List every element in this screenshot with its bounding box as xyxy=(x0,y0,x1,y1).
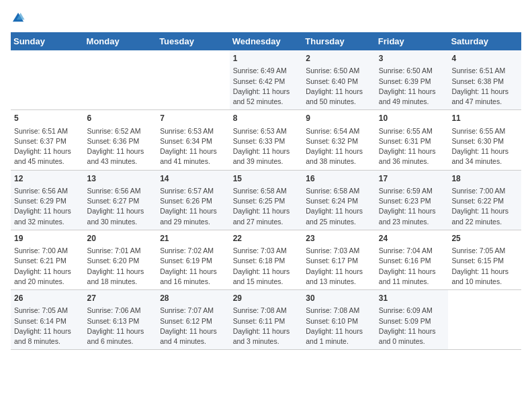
col-header-thursday: Thursday xyxy=(302,32,375,50)
header-row: SundayMondayTuesdayWednesdayThursdayFrid… xyxy=(11,32,521,50)
week-row-1: 1Sunrise: 6:49 AMSunset: 6:42 PMDaylight… xyxy=(11,50,521,110)
day-number: 6 xyxy=(87,113,154,124)
day-number: 30 xyxy=(306,293,372,304)
day-info-line: Daylight: 11 hours xyxy=(233,326,300,336)
day-cell: 18Sunrise: 7:00 AMSunset: 6:22 PMDayligh… xyxy=(448,170,521,230)
day-info-line: Daylight: 11 hours xyxy=(160,326,226,336)
day-info-line: Sunrise: 7:05 AM xyxy=(14,306,81,316)
page-header xyxy=(11,11,521,26)
day-info-line: Daylight: 11 hours xyxy=(379,87,445,97)
day-info-line: Sunrise: 7:03 AM xyxy=(306,246,372,256)
day-info-line: and 38 minutes. xyxy=(306,156,372,167)
day-cell: 17Sunrise: 6:59 AMSunset: 6:23 PMDayligh… xyxy=(375,170,449,230)
day-cell: 11Sunrise: 6:55 AMSunset: 6:30 PMDayligh… xyxy=(448,110,521,170)
day-info-line: Daylight: 11 hours xyxy=(451,87,518,97)
day-info-line: Sunset: 6:15 PM xyxy=(451,256,518,266)
day-number: 18 xyxy=(451,173,518,185)
day-info-line: Sunrise: 6:50 AM xyxy=(306,66,372,76)
day-info-line: Daylight: 11 hours xyxy=(87,267,154,277)
day-info-line: Sunset: 6:31 PM xyxy=(379,136,445,146)
day-cell: 1Sunrise: 6:49 AMSunset: 6:42 PMDaylight… xyxy=(230,50,303,110)
day-cell: 16Sunrise: 6:58 AMSunset: 6:24 PMDayligh… xyxy=(302,170,375,230)
day-info-line: Sunrise: 6:51 AM xyxy=(451,66,518,76)
day-number: 4 xyxy=(451,53,518,64)
day-info-line: Sunrise: 7:01 AM xyxy=(87,246,154,256)
week-row-4: 19Sunrise: 7:00 AMSunset: 6:21 PMDayligh… xyxy=(11,230,521,289)
day-cell: 30Sunrise: 7:08 AMSunset: 6:10 PMDayligh… xyxy=(302,290,375,350)
day-info-line: Sunrise: 7:06 AM xyxy=(87,306,154,316)
day-info-line: Daylight: 11 hours xyxy=(14,267,81,277)
day-info-line: Sunset: 6:36 PM xyxy=(87,136,154,146)
day-info-line: Daylight: 11 hours xyxy=(233,206,300,216)
day-number: 5 xyxy=(14,113,81,124)
day-info-line: Sunset: 6:26 PM xyxy=(160,196,226,206)
day-info-line: Sunset: 6:14 PM xyxy=(14,316,81,326)
day-cell: 9Sunrise: 6:54 AMSunset: 6:32 PMDaylight… xyxy=(302,110,375,170)
day-info-line: Sunrise: 7:04 AM xyxy=(379,246,445,256)
day-info-line: Daylight: 11 hours xyxy=(379,146,445,156)
day-info-line: Sunrise: 7:00 AM xyxy=(451,186,518,196)
day-info-line: and 36 minutes. xyxy=(379,156,445,167)
day-info-line: Sunset: 6:39 PM xyxy=(379,77,445,87)
day-info-line: Daylight: 11 hours xyxy=(14,146,81,156)
day-info-line: and 50 minutes. xyxy=(306,97,372,107)
day-number: 24 xyxy=(379,233,445,244)
day-info-line: and 22 minutes. xyxy=(451,217,518,227)
day-number: 31 xyxy=(379,293,445,304)
day-info-line: and 27 minutes. xyxy=(233,217,300,227)
day-info-line: Daylight: 11 hours xyxy=(451,206,518,216)
day-cell: 8Sunrise: 6:53 AMSunset: 6:33 PMDaylight… xyxy=(230,110,303,170)
day-info-line: Daylight: 11 hours xyxy=(451,146,518,156)
day-info-line: and 52 minutes. xyxy=(233,97,300,107)
day-cell: 12Sunrise: 6:56 AMSunset: 6:29 PMDayligh… xyxy=(11,170,84,230)
day-info-line: Sunrise: 6:58 AM xyxy=(306,186,372,196)
day-cell: 19Sunrise: 7:00 AMSunset: 6:21 PMDayligh… xyxy=(11,230,84,289)
day-number: 22 xyxy=(233,233,300,244)
day-cell: 24Sunrise: 7:04 AMSunset: 6:16 PMDayligh… xyxy=(375,230,449,289)
day-number: 7 xyxy=(160,113,226,124)
day-info-line: Sunrise: 7:00 AM xyxy=(14,246,81,256)
day-number: 25 xyxy=(451,233,518,244)
day-number: 28 xyxy=(160,293,226,304)
day-info-line: Daylight: 11 hours xyxy=(160,146,226,156)
day-cell: 29Sunrise: 7:08 AMSunset: 6:11 PMDayligh… xyxy=(230,290,303,350)
day-info-line: Sunrise: 7:08 AM xyxy=(233,306,300,316)
day-number: 19 xyxy=(14,233,81,244)
day-number: 20 xyxy=(87,233,154,244)
day-cell: 14Sunrise: 6:57 AMSunset: 6:26 PMDayligh… xyxy=(157,170,230,230)
day-info-line: Sunrise: 6:51 AM xyxy=(14,126,81,136)
day-info-line: and 6 minutes. xyxy=(87,336,154,347)
day-info-line: Sunset: 6:18 PM xyxy=(233,256,300,266)
calendar-table: SundayMondayTuesdayWednesdayThursdayFrid… xyxy=(11,32,521,350)
day-info-line: Sunrise: 6:52 AM xyxy=(87,126,154,136)
day-info-line: Sunrise: 6:59 AM xyxy=(379,186,445,196)
week-row-3: 12Sunrise: 6:56 AMSunset: 6:29 PMDayligh… xyxy=(11,170,521,230)
day-info-line: and 3 minutes. xyxy=(233,336,300,347)
day-info-line: Sunset: 6:34 PM xyxy=(160,136,226,146)
day-info-line: Sunrise: 6:09 AM xyxy=(379,306,445,316)
day-number: 17 xyxy=(379,173,445,185)
day-cell: 28Sunrise: 7:07 AMSunset: 6:12 PMDayligh… xyxy=(157,290,230,350)
day-cell: 13Sunrise: 6:56 AMSunset: 6:27 PMDayligh… xyxy=(84,170,157,230)
day-info-line: Sunrise: 6:50 AM xyxy=(379,66,445,76)
day-info-line: Sunrise: 6:54 AM xyxy=(306,126,372,136)
day-info-line: Sunset: 6:12 PM xyxy=(160,316,226,326)
day-info-line: Daylight: 11 hours xyxy=(14,206,81,216)
day-cell: 31Sunrise: 6:09 AMSunset: 5:09 PMDayligh… xyxy=(375,290,449,350)
week-row-5: 26Sunrise: 7:05 AMSunset: 6:14 PMDayligh… xyxy=(11,290,521,350)
day-cell: 15Sunrise: 6:58 AMSunset: 6:25 PMDayligh… xyxy=(230,170,303,230)
day-info-line: and 32 minutes. xyxy=(14,217,81,227)
day-info-line: Sunset: 6:30 PM xyxy=(451,136,518,146)
day-cell: 4Sunrise: 6:51 AMSunset: 6:38 PMDaylight… xyxy=(448,50,521,110)
day-info-line: Sunset: 6:13 PM xyxy=(87,316,154,326)
day-info-line: Daylight: 11 hours xyxy=(233,146,300,156)
logo xyxy=(11,11,28,26)
day-info-line: Sunset: 5:09 PM xyxy=(379,316,445,326)
logo-icon xyxy=(11,11,26,26)
day-cell: 6Sunrise: 6:52 AMSunset: 6:36 PMDaylight… xyxy=(84,110,157,170)
week-row-2: 5Sunrise: 6:51 AMSunset: 6:37 PMDaylight… xyxy=(11,110,521,170)
day-info-line: Sunset: 6:19 PM xyxy=(160,256,226,266)
day-number: 9 xyxy=(306,113,372,124)
day-cell: 3Sunrise: 6:50 AMSunset: 6:39 PMDaylight… xyxy=(375,50,449,110)
col-header-friday: Friday xyxy=(375,32,449,50)
